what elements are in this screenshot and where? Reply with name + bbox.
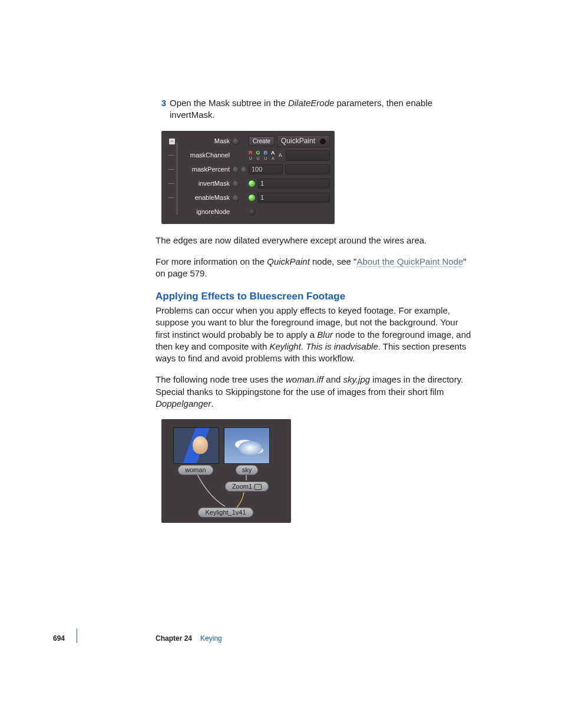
p4i2: sky.jpg (343, 374, 371, 384)
page-footer: 694 Chapter 24 Keying (53, 634, 222, 643)
chapter-label: Chapter 24 (156, 634, 192, 643)
node-sky[interactable]: sky (236, 465, 258, 475)
step-number: 3 (156, 97, 166, 109)
thumbnail-woman[interactable] (173, 427, 219, 464)
node-zoom1[interactable]: Zoom1 (225, 482, 269, 492)
channel-a[interactable]: AA (271, 150, 275, 161)
row-ignore-node: ignoreNode (166, 205, 330, 219)
thumbnail-sky[interactable] (224, 427, 270, 464)
label-mask-channel: maskChannel (178, 151, 232, 160)
step-3: 3 Open the Mask subtree in the DilateEro… (156, 97, 474, 121)
row-invert-mask: invertMask 1 (166, 177, 330, 191)
node-woman[interactable]: woman (178, 465, 213, 475)
row-mask-channel: maskChannel RU GU BU AA A (166, 149, 330, 163)
p4i3: Doppelganger (156, 398, 211, 409)
p4d: . (211, 398, 213, 409)
step-text-i: DilateErode (288, 98, 334, 108)
row-enable-mask: enableMask 1 (166, 191, 330, 205)
row-mask: − Mask Create QuickPaint (166, 134, 330, 149)
para-more-info: For more information on the QuickPaint n… (156, 256, 474, 280)
create-button[interactable]: Create (249, 136, 275, 147)
p2b: node, see " (310, 256, 357, 266)
row-mask-percent: maskPercent 100 (166, 163, 330, 177)
quickpaint-link[interactable]: About the QuickPaint Node (356, 256, 463, 267)
channel-b[interactable]: BU (264, 150, 268, 161)
quickpaint-dropdown[interactable]: QuickPaint (277, 135, 330, 147)
channel-r[interactable]: RU (249, 150, 253, 161)
enable-mask-toggle[interactable] (249, 195, 255, 201)
step-text-a: Open the Mask subtree in the (170, 98, 288, 108)
invert-mask-knob[interactable] (232, 180, 249, 187)
mask-channel-buttons[interactable]: RU GU BU AA A (249, 150, 330, 161)
label-invert-mask: invertMask (178, 179, 232, 188)
invert-mask-toggle[interactable] (249, 180, 255, 187)
p4b: and (323, 374, 343, 384)
label-mask: Mask (178, 137, 232, 146)
p3i3: This is inadvisable (306, 341, 378, 351)
chapter-name: Keying (200, 634, 222, 643)
section-heading: Applying Effects to Bluescreen Footage (156, 290, 474, 304)
mask-parameters-panel: − Mask Create QuickPaint maskChannel RU (161, 131, 335, 224)
p2i: QuickPaint (267, 256, 310, 266)
para-following: The following node tree uses the woman.i… (156, 374, 474, 410)
quickpaint-label: QuickPaint (281, 136, 315, 146)
para-problems: Problems can occur when you apply effect… (156, 305, 474, 364)
node-zoom1-label: Zoom1 (232, 482, 252, 492)
mask-percent-input[interactable]: 100 (249, 164, 283, 174)
p3i2: Keylight (269, 341, 300, 351)
mask-knob[interactable] (232, 138, 249, 145)
mask-percent-slider[interactable] (285, 164, 330, 174)
node-tree-panel: woman sky Zoom1 Keylight_1v41 (161, 419, 291, 523)
quickpaint-radio-icon (320, 139, 326, 144)
ignore-node-toggle[interactable] (249, 209, 256, 216)
p4i1: woman.iff (286, 374, 323, 384)
channel-a2[interactable]: A (279, 153, 283, 158)
tree-guide (177, 143, 177, 215)
page-number: 694 (53, 634, 77, 643)
content: 3 Open the Mask subtree in the DilateEro… (156, 97, 474, 523)
step-text: Open the Mask subtree in the DilateErode… (170, 97, 474, 121)
label-enable-mask: enableMask (178, 193, 232, 202)
para-edges: The edges are now dilated everywhere exc… (156, 235, 474, 246)
p2a: For more information on the (156, 256, 267, 266)
channel-g[interactable]: GU (256, 150, 260, 161)
page: 3 Open the Mask subtree in the DilateEro… (0, 0, 562, 728)
node-keylight[interactable]: Keylight_1v41 (198, 508, 253, 518)
p3i1: Blur (317, 330, 333, 340)
label-ignore-node: ignoreNode (178, 207, 232, 216)
port-icon (254, 484, 262, 490)
enable-mask-value[interactable]: 1 (257, 193, 330, 203)
p4a: The following node tree uses the (156, 374, 286, 384)
mask-percent-knob[interactable] (232, 166, 249, 173)
enable-mask-knob[interactable] (232, 195, 249, 202)
invert-mask-value[interactable]: 1 (257, 179, 330, 189)
channel-slot (286, 150, 330, 161)
p3c: . (301, 341, 306, 351)
tree-collapse-toggle[interactable]: − (166, 139, 178, 144)
label-mask-percent: maskPercent (178, 165, 232, 174)
